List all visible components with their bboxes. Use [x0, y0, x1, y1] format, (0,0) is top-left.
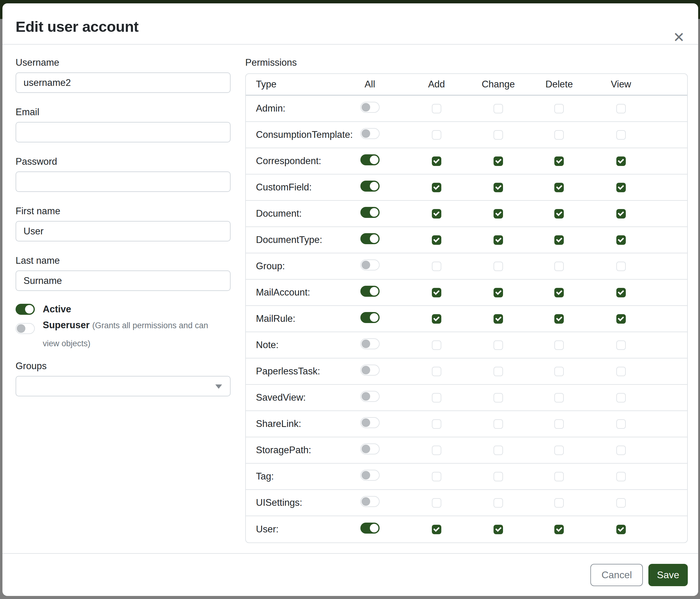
permission-view-checkbox[interactable] [616, 367, 626, 376]
permission-all-toggle[interactable] [360, 496, 380, 507]
permission-all-toggle[interactable] [360, 417, 380, 428]
permission-delete-checkbox[interactable] [554, 262, 564, 271]
superuser-toggle[interactable] [16, 323, 35, 334]
cancel-button[interactable]: Cancel [590, 564, 643, 586]
permission-add-checkbox[interactable] [432, 288, 441, 297]
permission-add-checkbox[interactable] [432, 157, 441, 166]
first-name-field[interactable] [16, 221, 231, 241]
permission-view-checkbox[interactable] [616, 130, 626, 140]
permission-delete-checkbox[interactable] [554, 393, 564, 403]
permission-view-checkbox[interactable] [616, 157, 626, 166]
permission-add-checkbox[interactable] [432, 525, 441, 534]
permission-change-checkbox[interactable] [494, 472, 503, 481]
permission-delete-checkbox[interactable] [554, 314, 564, 324]
permission-delete-checkbox[interactable] [554, 183, 564, 192]
permission-change-checkbox[interactable] [494, 419, 503, 429]
permission-view-checkbox[interactable] [616, 340, 626, 350]
permission-view-checkbox[interactable] [616, 314, 626, 324]
permission-delete-checkbox[interactable] [554, 472, 564, 481]
permission-change-checkbox[interactable] [494, 130, 503, 140]
permission-add-checkbox[interactable] [432, 262, 441, 271]
permission-all-toggle[interactable] [360, 181, 380, 192]
password-field[interactable] [16, 171, 231, 192]
active-toggle[interactable] [16, 304, 35, 315]
permission-add-checkbox[interactable] [432, 419, 441, 429]
permission-delete-checkbox[interactable] [554, 130, 564, 140]
permission-add-checkbox[interactable] [432, 340, 441, 350]
permission-view-checkbox[interactable] [616, 525, 626, 534]
permission-all-toggle[interactable] [360, 312, 380, 323]
permission-view-checkbox[interactable] [616, 104, 626, 113]
permission-change-checkbox[interactable] [494, 314, 503, 324]
permission-add-checkbox[interactable] [432, 498, 441, 508]
permission-change-checkbox[interactable] [494, 525, 503, 534]
permission-all-toggle[interactable] [360, 260, 380, 270]
permission-change-checkbox[interactable] [494, 288, 503, 297]
permission-change-checkbox[interactable] [494, 104, 503, 113]
permission-delete-checkbox[interactable] [554, 498, 564, 508]
permission-delete-checkbox[interactable] [554, 157, 564, 166]
permission-all-toggle[interactable] [360, 391, 380, 402]
username-label: Username [16, 57, 231, 69]
permission-add-checkbox[interactable] [432, 104, 441, 113]
permission-all-toggle[interactable] [360, 128, 380, 139]
permission-change-checkbox[interactable] [494, 393, 503, 403]
permission-delete-checkbox[interactable] [554, 235, 564, 245]
permission-change-checkbox[interactable] [494, 446, 503, 455]
permission-add-checkbox[interactable] [432, 393, 441, 403]
permission-view-checkbox[interactable] [616, 209, 626, 218]
permission-view-checkbox[interactable] [616, 446, 626, 455]
permission-delete-checkbox[interactable] [554, 367, 564, 376]
permission-all-toggle[interactable] [360, 338, 380, 349]
permission-view-checkbox[interactable] [616, 183, 626, 192]
permission-add-checkbox[interactable] [432, 314, 441, 324]
permission-all-toggle[interactable] [360, 207, 380, 218]
permission-add-checkbox[interactable] [432, 446, 441, 455]
permission-delete-checkbox[interactable] [554, 104, 564, 113]
last-name-field[interactable] [16, 270, 231, 291]
close-icon[interactable]: ✕ [673, 30, 685, 44]
permission-view-checkbox[interactable] [616, 393, 626, 403]
permission-delete-checkbox[interactable] [554, 419, 564, 429]
toggle-knob [361, 366, 370, 375]
permission-all-toggle[interactable] [360, 154, 380, 165]
permission-change-checkbox[interactable] [494, 157, 503, 166]
email-field[interactable] [16, 122, 231, 142]
permission-view-checkbox[interactable] [616, 419, 626, 429]
toggle-knob [361, 418, 370, 427]
groups-select[interactable] [16, 376, 231, 397]
permission-delete-checkbox[interactable] [554, 525, 564, 534]
permission-change-checkbox[interactable] [494, 498, 503, 508]
permission-delete-checkbox[interactable] [554, 209, 564, 218]
permission-change-checkbox[interactable] [494, 262, 503, 271]
permission-all-toggle[interactable] [360, 102, 380, 113]
permission-all-toggle[interactable] [360, 233, 380, 244]
permission-view-checkbox[interactable] [616, 262, 626, 271]
permission-add-checkbox[interactable] [432, 183, 441, 192]
permission-view-checkbox[interactable] [616, 472, 626, 481]
permission-add-checkbox[interactable] [432, 235, 441, 245]
permission-row: StoragePath: [246, 437, 687, 463]
permission-all-toggle[interactable] [360, 444, 380, 454]
permission-all-toggle[interactable] [360, 523, 380, 534]
permission-all-toggle[interactable] [360, 286, 380, 297]
permission-add-checkbox[interactable] [432, 209, 441, 218]
save-button[interactable]: Save [648, 564, 688, 586]
permission-all-toggle[interactable] [360, 470, 380, 481]
permission-view-checkbox[interactable] [616, 288, 626, 297]
permission-change-checkbox[interactable] [494, 367, 503, 376]
permission-all-toggle[interactable] [360, 365, 380, 376]
permission-change-checkbox[interactable] [494, 340, 503, 350]
permission-delete-checkbox[interactable] [554, 446, 564, 455]
permission-delete-checkbox[interactable] [554, 288, 564, 297]
permission-change-checkbox[interactable] [494, 235, 503, 245]
permission-view-checkbox[interactable] [616, 498, 626, 508]
permission-add-checkbox[interactable] [432, 367, 441, 376]
permission-view-checkbox[interactable] [616, 235, 626, 245]
username-input[interactable] [16, 72, 231, 93]
permission-delete-checkbox[interactable] [554, 340, 564, 350]
permission-change-checkbox[interactable] [494, 209, 503, 218]
permission-add-checkbox[interactable] [432, 130, 441, 140]
permission-add-checkbox[interactable] [432, 472, 441, 481]
permission-change-checkbox[interactable] [494, 183, 503, 192]
